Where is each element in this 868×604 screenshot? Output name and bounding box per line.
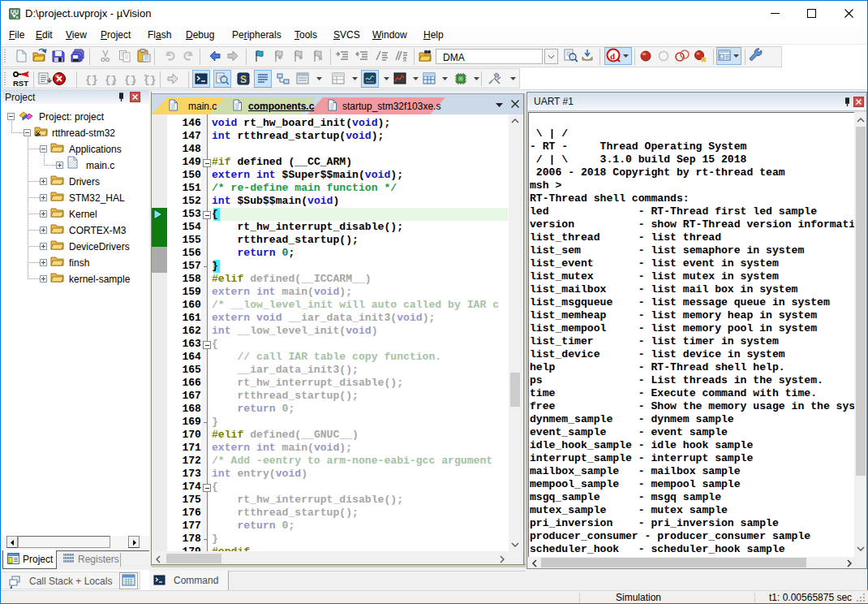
svg-text:RST: RST xyxy=(13,79,28,88)
svg-text:S: S xyxy=(240,74,247,85)
svg-text:s: s xyxy=(16,15,19,19)
svg-text:{}: {} xyxy=(105,74,118,85)
svg-text:d: d xyxy=(610,51,615,61)
svg-text:{}: {} xyxy=(124,74,137,85)
